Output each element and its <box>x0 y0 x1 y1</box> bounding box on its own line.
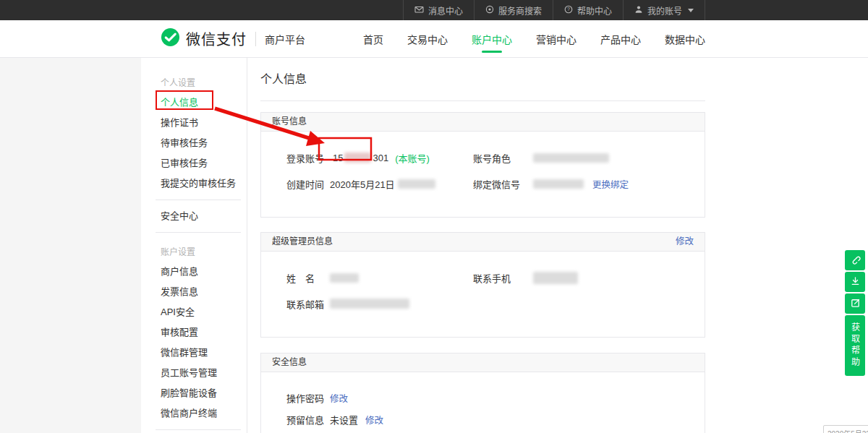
sidebar-item-staff-account-management[interactable]: 员工账号管理 <box>141 363 247 383</box>
security-info-panel: 安全信息 操作密码 修改 预留信息 未设置 修改 预留信息是由你自己设置的一段文… <box>260 353 705 433</box>
admin-email-cell: 联系邮箱 <box>286 297 473 311</box>
created-time-label: 创建时间 <box>286 177 330 191</box>
info-row: 创建时间 2020年5月21日 绑定微信号 更换绑定 <box>286 173 679 194</box>
super-admin-panel-header: 超级管理员信息 修改 <box>261 233 705 252</box>
edit-admin-link[interactable]: 修改 <box>676 233 694 251</box>
user-icon <box>634 5 643 16</box>
account-role-label: 账号角色 <box>473 151 533 165</box>
topbar: 消息中心 服务商搜索 ? 帮助中心 我的账号 <box>0 0 868 20</box>
topbar-item-label: 服务商搜索 <box>498 4 542 17</box>
change-password-link[interactable]: 修改 <box>330 391 348 405</box>
bound-wechat-cell: 绑定微信号 更换绑定 <box>473 177 629 191</box>
reserved-info-row: 预留信息 未设置 修改 <box>286 413 679 426</box>
reserved-info-status: 未设置 <box>330 413 358 426</box>
brand-name: 微信支付 <box>186 28 247 49</box>
nav-item-account-center[interactable]: 账户中心 <box>472 20 512 58</box>
download-button[interactable] <box>845 272 865 292</box>
info-row: 姓 名 联系手机 <box>286 267 679 288</box>
redacted-login-digits <box>344 153 371 163</box>
login-number-prefix: 15 <box>333 153 343 163</box>
sidebar-item-api-security[interactable]: API安全 <box>141 302 247 322</box>
nav-item-transactions[interactable]: 交易中心 <box>407 20 448 58</box>
link-icon <box>850 254 861 267</box>
sidebar-item-operation-certificate[interactable]: 操作证书 <box>141 113 247 133</box>
operation-password-label: 操作密码 <box>286 391 330 405</box>
sidebar-item-my-submitted-tasks[interactable]: 我提交的审核任务 <box>141 173 247 194</box>
sidebar-group-account-settings: 账户设置 <box>141 243 247 262</box>
brand: 微信支付 商户平台 <box>161 27 305 50</box>
account-info-panel-body: 登录账号 15 301 (本账号) 账号角色 <box>261 132 705 217</box>
reserved-info-label: 预留信息 <box>286 413 330 426</box>
sidebar-item-personal-info[interactable]: 个人信息 <box>141 93 247 113</box>
sidebar-item-security-center[interactable]: 安全中心 <box>141 206 247 226</box>
main-nav: 首页 交易中心 账户中心 营销中心 产品中心 数据中心 <box>363 20 705 58</box>
info-row: 联系邮箱 <box>286 293 679 314</box>
sidebar-item-invoice-info[interactable]: 发票信息 <box>141 282 247 302</box>
topbar-item-label: 消息中心 <box>428 4 463 17</box>
date-tooltip: 2020年5月22日 <box>823 425 868 433</box>
svg-text:?: ? <box>567 7 570 12</box>
sidebar-item-wechat-group-management[interactable]: 微信群管理 <box>141 343 247 363</box>
topbar-item-help-center[interactable]: ? 帮助中心 <box>553 0 624 20</box>
admin-name-cell: 姓 名 <box>286 271 473 285</box>
download-icon <box>850 275 861 289</box>
get-help-button[interactable]: 获取帮助 <box>845 315 865 376</box>
login-number-suffix: 301 <box>373 153 388 163</box>
nav-item-data-center[interactable]: 数据中心 <box>665 20 705 58</box>
edit-reserved-info-link[interactable]: 修改 <box>365 413 383 426</box>
info-row: 登录账号 15 301 (本账号) 账号角色 <box>286 147 679 168</box>
feedback-button[interactable] <box>845 293 865 314</box>
sidebar-item-wechat-merchant-terminal[interactable]: 微信商户终端 <box>141 403 247 424</box>
sidebar-item-merchant-info[interactable]: 商户信息 <box>141 262 247 282</box>
link-button[interactable] <box>845 250 865 270</box>
screen: 消息中心 服务商搜索 ? 帮助中心 我的账号 <box>0 0 868 433</box>
nav-item-marketing[interactable]: 营销中心 <box>536 20 576 58</box>
redacted-admin-email <box>330 299 409 309</box>
brand-divider <box>255 32 256 46</box>
content: 个人信息 账号信息 登录账号 15 301 (本账号) <box>260 58 705 433</box>
panel-title: 账号信息 <box>272 113 307 131</box>
created-time-value: 2020年5月21日 <box>330 177 395 191</box>
sidebar-item-review-config[interactable]: 审核配置 <box>141 322 247 343</box>
sidebar-item-reviewed-tasks[interactable]: 已审核任务 <box>141 153 247 173</box>
super-admin-panel: 超级管理员信息 修改 姓 名 联系手机 联系邮箱 <box>260 232 705 338</box>
nav-item-products[interactable]: 产品中心 <box>600 20 641 58</box>
admin-phone-cell: 联系手机 <box>473 271 578 285</box>
sidebar-divider <box>156 429 241 430</box>
chevron-down-icon <box>688 9 694 12</box>
operation-password-row: 操作密码 修改 <box>286 391 679 405</box>
account-info-panel: 账号信息 登录账号 15 301 (本账号) 账号角色 <box>260 112 705 218</box>
change-binding-link[interactable]: 更换绑定 <box>592 177 629 191</box>
nav-item-home[interactable]: 首页 <box>363 20 383 58</box>
redacted-created-time <box>398 179 435 189</box>
topbar-item-messages[interactable]: 消息中心 <box>403 0 475 20</box>
edit-icon <box>850 297 861 311</box>
panel-title: 安全信息 <box>272 353 307 372</box>
security-info-panel-header: 安全信息 <box>261 353 705 372</box>
redacted-admin-phone <box>533 272 578 284</box>
admin-name-label: 姓 名 <box>286 271 330 285</box>
this-account-tag: (本账号) <box>395 151 430 165</box>
login-account-label: 登录账号 <box>286 151 330 165</box>
sidebar-divider <box>156 200 241 200</box>
sidebar-group-personal-settings: 个人设置 <box>141 74 247 93</box>
sidebar-divider <box>156 232 241 233</box>
topbar-item-my-account[interactable]: 我的账号 <box>624 0 705 20</box>
redacted-account-role <box>533 153 609 163</box>
login-account-value: 15 301 <box>330 153 391 163</box>
redacted-admin-name <box>330 273 359 283</box>
account-info-panel-header: 账号信息 <box>261 113 705 132</box>
account-role-cell: 账号角色 <box>473 151 609 165</box>
wechat-pay-logo-icon <box>161 27 180 50</box>
brand-portal: 商户平台 <box>265 32 305 46</box>
topbar-group: 消息中心 服务商搜索 ? 帮助中心 我的账号 <box>403 0 705 20</box>
login-account-cell: 登录账号 15 301 (本账号) <box>286 151 473 165</box>
panel-title: 超级管理员信息 <box>272 233 333 251</box>
sidebar-item-face-smart-device[interactable]: 刷脸智能设备 <box>141 383 247 403</box>
topbar-item-label: 我的账号 <box>647 4 682 17</box>
floating-toolbar: 获取帮助 <box>845 250 865 376</box>
sidebar: 个人设置 个人信息 操作证书 待审核任务 已审核任务 我提交的审核任务 安全中心… <box>141 58 247 433</box>
sidebar-item-pending-review-tasks[interactable]: 待审核任务 <box>141 133 247 153</box>
topbar-item-provider-search[interactable]: 服务商搜索 <box>475 0 553 20</box>
bound-wechat-label: 绑定微信号 <box>473 177 533 191</box>
